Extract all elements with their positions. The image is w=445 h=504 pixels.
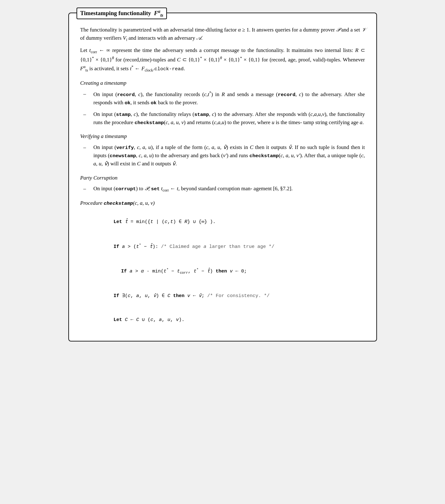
- proc-line-3: If a > α · min(t* − tcorr, t* − t̂) then…: [93, 259, 365, 284]
- corruption-list: – On input (corrupt) to 𝒫, set tcorr ← t…: [83, 185, 365, 193]
- intro-paragraph-1: The functionality is parametrized with a…: [80, 26, 365, 43]
- proc-line-4: If ∃(c, a, u, v̂) ∈ C then v ← v̂; /* Fo…: [85, 284, 365, 308]
- corruption-item-1: – On input (corrupt) to 𝒫, set tcorr ← t…: [83, 185, 365, 193]
- proc-line-5: Let C ← C ∪ (c, a, u, v).: [85, 308, 365, 332]
- box-title: Timestamping functionality Fαts: [77, 8, 167, 19]
- creating-item-2-text: On input (stamp, c), the functionality r…: [94, 110, 365, 127]
- section-title-corruption: Party Corruption: [80, 174, 365, 182]
- proc-line-2: If a > (t* − t̂): /* Claimed age a large…: [85, 234, 365, 259]
- creating-item-1: – On input (record, c), the functionalit…: [83, 90, 365, 107]
- dash-2: –: [83, 110, 92, 118]
- corruption-item-1-text: On input (corrupt) to 𝒫, set tcorr ← t, …: [94, 185, 365, 193]
- proc-line-1: Let t̂ = min({t | (c,t) ∈ R} ∪ {∞} ).: [85, 210, 365, 234]
- verifying-list: – On input (verify, c, a, u), if a tuple…: [83, 143, 365, 168]
- procedure-lines: Let t̂ = min({t | (c,t) ∈ R} ∪ {∞} ). If…: [85, 210, 365, 332]
- intro-paragraph-2: Let tcorr ← ∞ represent the time the adv…: [80, 46, 365, 73]
- section-title-creating: Creating a timestamp: [80, 79, 365, 87]
- box-title-text: Timestamping functionality Fαts: [80, 10, 163, 16]
- dash-3: –: [83, 143, 92, 152]
- verifying-item-1-text: On input (verify, c, a, u), if a tuple o…: [94, 143, 365, 168]
- procedure-block: Procedure checkstamp(c, a, u, v) Let t̂ …: [80, 199, 365, 332]
- main-box: Timestamping functionality Fαts The func…: [68, 13, 377, 341]
- creating-item-1-text: On input (record, c), the functionality …: [94, 90, 365, 107]
- content-area: The functionality is parametrized with a…: [80, 26, 365, 332]
- procedure-title: Procedure checkstamp(c, a, u, v): [80, 199, 365, 207]
- box-title-math: Fαts: [154, 10, 163, 16]
- creating-item-2: – On input (stamp, c), the functionality…: [83, 110, 365, 127]
- verifying-item-1: – On input (verify, c, a, u), if a tuple…: [83, 143, 365, 168]
- creating-list: – On input (record, c), the functionalit…: [83, 90, 365, 127]
- section-title-verifying: Verifying a timestamp: [80, 132, 365, 140]
- dash-1: –: [83, 90, 92, 98]
- dash-4: –: [83, 185, 92, 193]
